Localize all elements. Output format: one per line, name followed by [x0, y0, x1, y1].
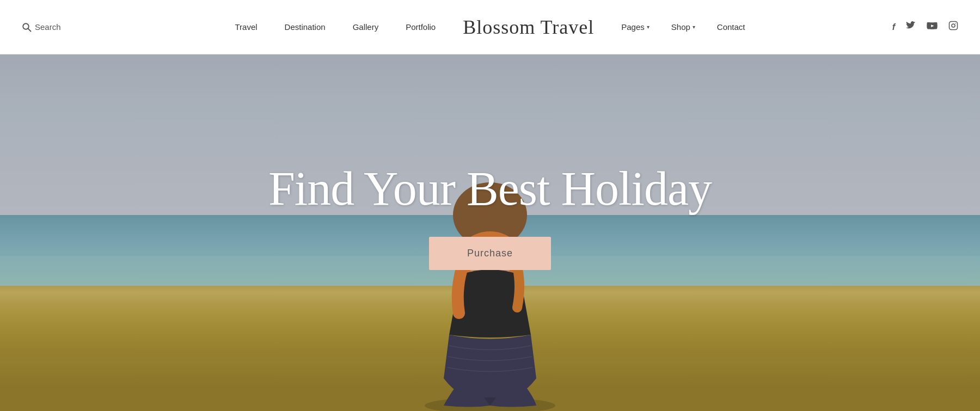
site-logo: Blossom Travel [463, 16, 594, 39]
purchase-button[interactable]: Purchase [429, 237, 551, 270]
nav-item-portfolio[interactable]: Portfolio [406, 22, 436, 32]
nav-left-group: Travel Destination Gallery Portfolio [235, 22, 436, 32]
nav-item-contact[interactable]: Contact [717, 22, 745, 32]
pages-dropdown-arrow: ▾ [647, 24, 650, 30]
svg-point-4 [955, 23, 956, 24]
youtube-icon[interactable] [927, 21, 938, 33]
svg-point-3 [952, 24, 955, 27]
nav-item-shop[interactable]: Shop ▾ [671, 22, 695, 32]
nav-item-destination[interactable]: Destination [285, 22, 326, 32]
search-icon [22, 22, 32, 32]
twitter-icon[interactable] [906, 21, 916, 33]
nav-item-pages[interactable]: Pages ▾ [621, 22, 650, 32]
site-header: Search Travel Destination Gallery Portfo… [0, 0, 980, 54]
hero-title: Find Your Best Holiday [268, 163, 712, 216]
facebook-icon[interactable]: f [892, 22, 895, 32]
hero-content: Find Your Best Holiday Purchase [268, 163, 712, 271]
nav-item-travel[interactable]: Travel [235, 22, 257, 32]
search-label: Search [35, 22, 61, 32]
search-area[interactable]: Search [22, 22, 61, 32]
instagram-icon[interactable] [948, 21, 958, 33]
social-icons-group: f [892, 21, 958, 33]
svg-rect-2 [950, 22, 958, 30]
nav-item-gallery[interactable]: Gallery [353, 22, 379, 32]
svg-line-1 [28, 28, 31, 31]
nav-right-group: Pages ▾ Shop ▾ Contact [621, 22, 745, 32]
shop-dropdown-arrow: ▾ [693, 24, 695, 30]
hero-section: Find Your Best Holiday Purchase [0, 54, 980, 411]
main-nav: Travel Destination Gallery Portfolio Blo… [235, 16, 745, 39]
